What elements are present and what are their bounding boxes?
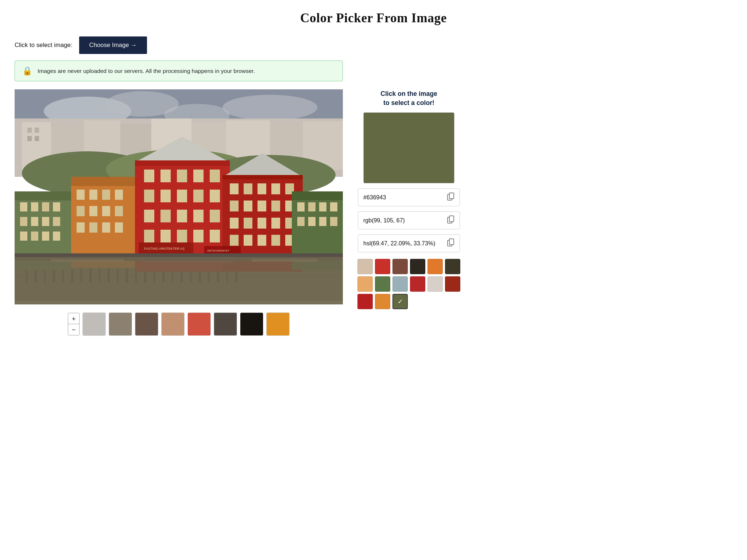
svg-rect-74 — [115, 206, 123, 216]
svg-rect-89 — [177, 190, 187, 202]
svg-rect-61 — [20, 232, 27, 241]
right-panel-instruction: Click on the image to select a color! — [380, 89, 437, 107]
svg-rect-126 — [292, 191, 343, 200]
hex-value: #636943 — [363, 194, 444, 201]
svg-rect-68 — [89, 190, 97, 200]
svg-text:FASTING ARKITEKTER AS: FASTING ARKITEKTER AS — [144, 247, 185, 250]
mini-swatch-8[interactable] — [392, 276, 408, 292]
svg-rect-64 — [53, 232, 60, 241]
svg-rect-96 — [210, 210, 220, 222]
privacy-text: Images are never uploaded to our servers… — [38, 68, 255, 74]
zoom-in-button[interactable]: + — [68, 313, 79, 324]
rgb-value-row: rgb(99, 105, 67) — [358, 211, 460, 229]
svg-rect-99 — [177, 230, 187, 242]
top-controls: Click to select image: Choose Image → — [15, 36, 732, 54]
mini-swatch-12[interactable] — [357, 294, 373, 309]
svg-rect-101 — [210, 230, 220, 242]
svg-rect-60 — [53, 217, 60, 226]
svg-rect-132 — [308, 217, 316, 226]
palette-swatch-2[interactable] — [135, 312, 158, 336]
svg-rect-129 — [319, 202, 326, 211]
svg-rect-143 — [252, 259, 317, 262]
svg-rect-100 — [193, 230, 204, 242]
svg-rect-142 — [142, 261, 233, 263]
mini-swatch-11[interactable] — [445, 276, 460, 292]
palette-swatch-5[interactable] — [214, 312, 237, 336]
palette-swatch-3[interactable] — [161, 312, 185, 336]
bottom-palette: + − — [15, 312, 343, 336]
svg-rect-107 — [258, 183, 266, 194]
svg-point-5 — [222, 95, 317, 120]
svg-rect-63 — [42, 232, 49, 241]
svg-rect-141 — [51, 259, 124, 262]
svg-rect-88 — [160, 190, 171, 202]
main-layout: FASTING ARKITEKTER AS ANTIKVARIATET + − — [15, 89, 732, 336]
hsl-value: hsl(69.47, 22.09%, 33.73%) — [363, 240, 444, 247]
mini-swatch-10[interactable] — [427, 276, 443, 292]
palette-swatch-0[interactable] — [82, 312, 106, 336]
svg-rect-149 — [449, 239, 454, 245]
svg-rect-77 — [102, 222, 110, 233]
svg-rect-52 — [15, 191, 73, 201]
mini-swatch-0[interactable] — [357, 259, 373, 274]
svg-rect-59 — [42, 217, 49, 226]
svg-rect-84 — [177, 170, 187, 182]
svg-rect-128 — [308, 202, 316, 211]
svg-rect-66 — [71, 177, 139, 186]
svg-rect-117 — [258, 218, 266, 229]
svg-rect-75 — [77, 222, 85, 233]
svg-rect-133 — [319, 217, 326, 226]
click-label: Click to select image: — [15, 42, 73, 49]
svg-rect-98 — [160, 230, 171, 242]
palette-swatch-6[interactable] — [240, 312, 263, 336]
svg-rect-16 — [27, 128, 32, 133]
copy-hex-button[interactable] — [444, 192, 454, 202]
zoom-controls[interactable]: + − — [68, 313, 80, 335]
zoom-out-button[interactable]: − — [68, 324, 79, 335]
mini-swatch-1[interactable] — [375, 259, 390, 274]
mini-swatch-7[interactable] — [375, 276, 390, 292]
palette-swatch-4[interactable] — [187, 312, 211, 336]
svg-text:ANTIKVARIATET: ANTIKVARIATET — [207, 249, 230, 252]
copy-rgb-button[interactable] — [444, 215, 454, 225]
svg-rect-92 — [144, 210, 154, 222]
svg-rect-78 — [115, 222, 123, 233]
svg-rect-91 — [210, 190, 220, 202]
svg-rect-83 — [160, 170, 171, 182]
palette-swatch-1[interactable] — [109, 312, 132, 336]
choose-image-button[interactable]: Choose Image → — [79, 36, 147, 54]
right-column: Click on the image to select a color! #6… — [356, 89, 462, 309]
svg-rect-58 — [31, 217, 38, 226]
image-canvas[interactable]: FASTING ARKITEKTER AS ANTIKVARIATET — [15, 89, 343, 304]
svg-rect-85 — [193, 170, 204, 182]
svg-rect-116 — [244, 218, 252, 229]
svg-rect-86 — [210, 170, 220, 182]
hsl-value-row: hsl(69.47, 22.09%, 33.73%) — [358, 234, 460, 252]
svg-rect-17 — [35, 128, 39, 133]
copy-hsl-button[interactable] — [444, 238, 454, 248]
mini-swatch-14-selected[interactable]: ✓ — [392, 294, 408, 309]
svg-rect-111 — [244, 201, 252, 211]
mini-swatch-2[interactable] — [392, 259, 408, 274]
svg-rect-57 — [20, 217, 27, 226]
svg-rect-123 — [271, 235, 280, 246]
mini-swatch-3[interactable] — [410, 259, 425, 274]
svg-rect-106 — [244, 183, 252, 194]
mini-swatch-5[interactable] — [445, 259, 460, 274]
svg-rect-55 — [42, 202, 49, 211]
mini-swatch-4[interactable] — [427, 259, 443, 274]
mini-palette-grid: ✓ — [357, 259, 460, 309]
svg-rect-93 — [160, 210, 171, 222]
svg-rect-105 — [230, 183, 239, 194]
svg-rect-53 — [20, 202, 27, 211]
mini-swatch-13[interactable] — [375, 294, 390, 309]
palette-swatch-7[interactable] — [266, 312, 290, 336]
svg-rect-110 — [230, 201, 239, 211]
mini-swatch-9[interactable] — [410, 276, 425, 292]
svg-rect-90 — [193, 190, 204, 202]
svg-rect-69 — [102, 190, 110, 200]
svg-rect-95 — [193, 210, 204, 222]
svg-rect-127 — [297, 202, 305, 211]
page-title: Color Picker From Image — [15, 11, 732, 26]
mini-swatch-6[interactable] — [357, 276, 373, 292]
